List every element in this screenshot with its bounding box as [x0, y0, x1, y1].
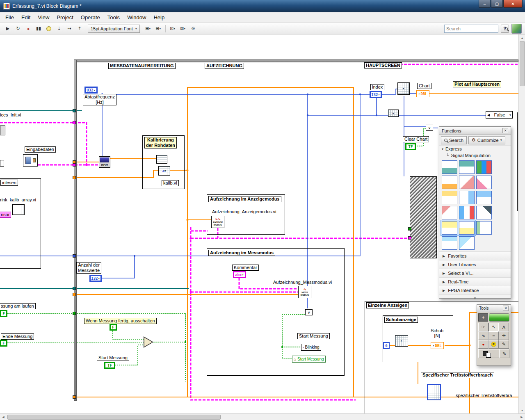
express-vi-cell[interactable]	[458, 160, 475, 175]
numeric-constant[interactable]: 6	[383, 342, 390, 349]
false-constant[interactable]: F	[0, 340, 7, 347]
express-vi-icon[interactable]	[442, 221, 457, 235]
kalib-vi-icon[interactable]: 4 ▾	[158, 166, 170, 176]
palette-subcategory-signal-manipulation[interactable]: └ Signal Manipulation	[439, 152, 511, 159]
express-vi-icon[interactable]	[476, 160, 492, 174]
sensor-label[interactable]: nsor	[0, 212, 11, 218]
express-vi-cell[interactable]	[475, 220, 493, 235]
distribute-objects-button[interactable]: ⊟▾	[154, 24, 163, 33]
menu-file[interactable]: File	[2, 13, 18, 22]
partial-node[interactable]	[0, 160, 4, 167]
tunnel[interactable]	[408, 227, 411, 231]
express-vi-cell[interactable]	[458, 175, 475, 190]
express-vi-cell[interactable]	[475, 205, 493, 220]
palette-customize-button[interactable]: ⚙ Customize ▾	[468, 136, 505, 144]
array-icon[interactable]	[156, 155, 167, 164]
while-loop-top-border[interactable]	[74, 59, 518, 62]
align-objects-button[interactable]: ⊞▾	[144, 24, 153, 33]
scroll-left-icon[interactable]: ◀	[0, 414, 7, 420]
case-prev-icon[interactable]: ◀	[487, 113, 490, 117]
shortcut-menu-tool[interactable]: ≡	[488, 331, 499, 340]
messung-am-laufen-label[interactable]: ssung am laufen	[0, 303, 36, 309]
close-button[interactable]: ✕	[503, 0, 523, 8]
clear-chart-terminal[interactable]: TF	[405, 143, 416, 150]
express-vi-cell[interactable]	[441, 175, 458, 190]
breakpoint-tool[interactable]: ●	[478, 340, 488, 349]
express-vi-cell-selected[interactable]	[458, 220, 475, 235]
tools-palette[interactable]: Tools ✕ + ☞ ↖ A ∿ ≡ ✛ ● P ✎	[477, 304, 511, 366]
express-vi-icon[interactable]	[442, 191, 457, 204]
abtastfrequenz-label[interactable]: Abtastfrequenz [Hz]	[83, 94, 116, 105]
schub-label[interactable]: Schub [N]	[431, 328, 443, 338]
tunnel[interactable]	[408, 236, 411, 240]
highlight-execution-button[interactable]	[44, 24, 53, 33]
position-tool[interactable]: ↖	[488, 323, 499, 331]
express-vi-cell[interactable]	[441, 160, 458, 175]
tunnel[interactable]	[73, 160, 76, 164]
vertical-scroll-thumb[interactable]	[520, 41, 525, 86]
chart-label[interactable]: Chart	[417, 83, 431, 89]
edit-text-tool[interactable]: A	[499, 323, 509, 331]
kalibrierung-label[interactable]: Kalibrierung der Rohdaten	[144, 137, 177, 148]
step-over-button[interactable]: ⇢	[65, 24, 74, 33]
index-terminal[interactable]: I32 ▸	[370, 91, 382, 98]
horizontal-scroll-thumb[interactable]	[7, 415, 221, 420]
menu-edit[interactable]: Edit	[18, 13, 34, 22]
express-vi-icon[interactable]	[442, 160, 457, 174]
palette-expand-chevron[interactable]: ▾	[439, 294, 511, 301]
blinking-property-node[interactable]: ▪ Blinking	[301, 344, 321, 351]
einzelne-anzeigen-label[interactable]: Einzelne Anzeigen	[366, 302, 409, 308]
menu-project[interactable]: Project	[53, 13, 77, 22]
or-function-node[interactable]: ∨	[426, 125, 433, 131]
anzeigemodus-vi-label[interactable]: Aufzeichnung_Anzeigemodus.vi	[212, 209, 276, 214]
express-vi-icon[interactable]	[442, 176, 457, 189]
eingabedaten-control-icon[interactable]	[23, 154, 38, 167]
express-vi-cell[interactable]	[441, 235, 458, 251]
pause-button[interactable]: ▮▮	[34, 24, 43, 33]
express-vi-icon[interactable]	[476, 221, 492, 235]
false-constant[interactable]: F	[0, 310, 7, 317]
convert-to-dynamic-data-node[interactable]: INPUT	[99, 156, 110, 168]
treibstoff-label[interactable]: Spezifischer Treibstoffverbrauch	[421, 372, 494, 378]
case-selector[interactable]: ◀ False ▾	[486, 111, 513, 119]
vertical-scrollbar[interactable]: ▲ ▼	[518, 34, 525, 413]
express-vi-cell[interactable]	[458, 190, 475, 205]
kommentar-label[interactable]: Kommentar	[232, 265, 259, 271]
reorder-button[interactable]: ⊠▾	[178, 24, 187, 33]
tunnel[interactable]	[73, 254, 76, 258]
start-messung-local-node[interactable]: ⌂ Start Messung	[292, 356, 326, 363]
start-messung-label[interactable]: Start Messung	[297, 333, 330, 339]
menu-help[interactable]: Help	[150, 13, 168, 22]
express-vi-icon[interactable]	[459, 221, 475, 235]
express-vi-icon[interactable]	[459, 191, 475, 204]
run-continuous-button[interactable]: ↻	[14, 24, 23, 33]
kalib-array-vi-label[interactable]: rink_kalib_array.vi	[0, 197, 36, 202]
tunnel[interactable]	[73, 163, 76, 167]
font-selector[interactable]: 15pt Application Font ▾	[88, 25, 140, 33]
label-messdatenaufbereitung[interactable]: MESSDATENAUFBEREITUNG	[108, 63, 176, 69]
left-structure-frame[interactable]	[0, 178, 41, 269]
search-input[interactable]	[446, 26, 504, 31]
scroll-down-icon[interactable]: ▼	[519, 407, 525, 413]
search-box[interactable]	[444, 25, 498, 33]
array-function-node[interactable]: ▸	[388, 110, 399, 117]
express-vi-icon[interactable]	[442, 206, 457, 219]
express-vi-icon[interactable]	[476, 176, 492, 189]
express-vi-cell[interactable]	[475, 160, 493, 175]
palette-row-fpga-interface[interactable]: ▶FPGA Interface	[439, 286, 511, 294]
scroll-up-icon[interactable]: ▲	[519, 34, 525, 41]
ende-messung-label[interactable]: Ende Messung	[1, 333, 34, 340]
express-vi-cell[interactable]	[475, 190, 493, 205]
palette-row-favorites[interactable]: ▶Favorites	[439, 251, 511, 260]
anzeigemodus-vi-icon[interactable]: ∿∿ ANZEIGE MODUS	[211, 216, 224, 228]
horizontal-scrollbar[interactable]: ◀ ▶	[0, 413, 525, 420]
tunnel[interactable]	[73, 287, 76, 290]
index-array-node[interactable]: ▸	[397, 82, 410, 95]
case-selector-value[interactable]: False	[491, 112, 508, 117]
express-vi-cell[interactable]	[458, 205, 475, 220]
messmodus-box-label[interactable]: Aufzeichnung im Messmodus	[208, 250, 275, 256]
maximize-button[interactable]: ▢	[491, 0, 503, 8]
tunnel[interactable]	[73, 293, 76, 296]
tools-palette-titlebar[interactable]: Tools ✕	[477, 305, 511, 312]
palette-category-express[interactable]: ▾ Express	[439, 146, 511, 152]
